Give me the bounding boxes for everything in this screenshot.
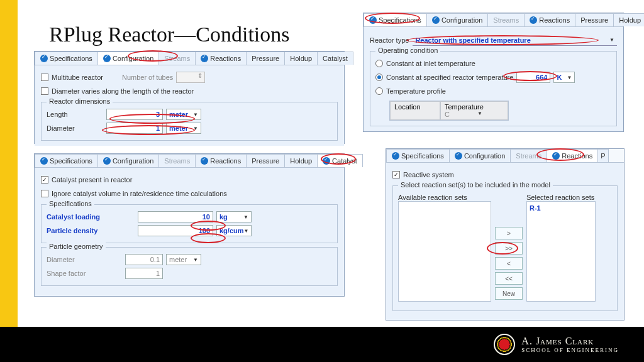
diameter-unit-select[interactable]: meter▼ [166,123,201,134]
tab-reactions[interactable]: Reactions [195,154,247,167]
temperature-input[interactable] [516,72,550,83]
length-input[interactable] [106,109,163,120]
tab-pressure[interactable]: Pressure [246,52,285,65]
check-icon [201,157,208,165]
ignore-catalyst-label: Ignore catalyst volume in rate/residence… [52,190,227,197]
ntubes-spinner[interactable] [176,72,205,83]
catalyst-present-label: Catalyst present in reactor [52,176,132,184]
footer-subtitle: SCHOOL OF ENGINEERING [521,347,619,353]
reactive-system-label: Reactive system [403,171,454,178]
chevron-down-icon: ▼ [477,111,482,118]
loading-input[interactable] [138,211,213,222]
check-icon [455,152,462,160]
particle-geometry-group: Particle geometry Diameter meter▼ Shape … [41,247,338,286]
chevron-down-icon: ▼ [244,228,249,234]
check-icon [201,55,208,62]
tab-configuration[interactable]: Configuration [97,52,159,65]
reactor-dimensions-group: Reactor dimensions Length meter▼ Diamete… [41,102,338,141]
pg-diameter-input[interactable] [125,254,163,265]
tab-streams[interactable]: Streams [510,149,547,162]
footer-title: A. James Clark [521,336,619,347]
loading-unit-select[interactable]: kg▼ [216,211,252,222]
available-list[interactable] [398,201,491,302]
diameter-label: Diameter [47,124,103,132]
move-all-right-button[interactable]: >> [495,242,523,255]
catalyst-present-checkbox[interactable]: ✓ [41,176,48,184]
density-unit-select[interactable]: kg/cum▼ [216,225,252,236]
check-icon [432,16,440,24]
col-temperature: TemperatureC▼ [440,101,508,120]
shape-input[interactable] [125,268,163,279]
tab-pressure[interactable]: P [597,149,608,162]
spec-temp-label: Constant at specified reactor temperatur… [386,74,513,81]
tab-row-spec: Specifications Configuration Streams Rea… [364,13,623,27]
tab-reactions[interactable]: Reactions [195,52,247,65]
temperature-unit-select[interactable]: K▼ [553,72,575,83]
check-icon [552,152,560,160]
tab-specifications[interactable]: Specifications [35,52,98,65]
tab-reactions[interactable]: Reactions [547,149,598,162]
tab-catalyst[interactable]: Catalyst [317,154,363,167]
tab-row-config: Specifications Configuration Streams Rea… [35,52,344,65]
tab-holdup[interactable]: Holdup [613,13,644,26]
chevron-down-icon: ▼ [193,112,198,118]
tab-holdup[interactable]: Holdup [284,52,318,65]
diam-varies-checkbox[interactable] [41,87,48,95]
tab-configuration[interactable]: Configuration [97,154,159,167]
check-icon [369,16,377,24]
inlet-temp-radio[interactable] [375,60,383,67]
ntubes-label: Number of tubes [122,74,173,81]
reactive-system-checkbox[interactable]: ✓ [392,171,400,178]
check-icon [40,55,48,62]
move-left-button[interactable]: < [495,257,523,270]
tab-specifications[interactable]: Specifications [364,13,427,26]
length-unit-select[interactable]: meter▼ [166,109,201,120]
tab-row-reactions: Specifications Configuration Streams Rea… [386,149,624,163]
available-label: Available reaction sets [398,194,491,201]
tab-holdup[interactable]: Holdup [284,154,318,167]
tab-pressure[interactable]: Pressure [246,154,285,167]
footer: A. James Clark SCHOOL OF ENGINEERING [0,327,644,362]
selected-label: Selected reaction sets [526,194,596,201]
new-button[interactable]: New [495,287,523,300]
university-seal-icon [494,334,515,355]
chevron-down-icon: ▼ [193,126,198,131]
tab-streams[interactable]: Streams [158,52,196,65]
chevron-down-icon: ▼ [243,214,248,220]
move-all-left-button[interactable]: << [495,272,523,285]
reactor-type-select[interactable]: Reactor with specified temperature▼ [413,35,617,46]
shape-label: Shape factor [47,270,122,277]
tab-pressure[interactable]: Pressure [575,13,614,26]
chevron-down-icon: ▼ [609,37,614,43]
multitube-checkbox[interactable] [41,74,48,81]
tab-row-catalyst: Specifications Configuration Streams Rea… [35,154,344,168]
tab-streams[interactable]: Streams [487,13,525,26]
spec-temp-radio[interactable] [375,74,383,81]
tab-reactions[interactable]: Reactions [524,13,575,26]
tab-specifications[interactable]: Specifications [386,149,450,162]
ignore-catalyst-checkbox[interactable] [41,190,48,197]
density-label: Particle density [47,227,135,234]
diam-varies-label: Diameter varies along the length of the … [52,87,194,95]
pg-diameter-label: Diameter [47,256,122,263]
pg-diameter-unit-select[interactable]: meter▼ [166,254,201,265]
catalyst-specs-group: Specifications Catalyst loading kg▼ Part… [41,204,338,243]
move-right-button[interactable]: > [495,227,523,239]
check-icon [40,157,48,165]
page-title: RPlug Reactor—Conditions [49,23,290,47]
temp-profile-table: Location TemperatureC▼ [389,101,509,121]
tab-configuration[interactable]: Configuration [449,149,511,162]
chevron-down-icon: ▼ [193,257,198,263]
temp-profile-radio[interactable] [375,87,383,95]
multitube-label: Multitube reactor [52,74,103,81]
diameter-input[interactable] [106,123,163,134]
selected-list[interactable]: R-1 [526,201,596,302]
density-input[interactable] [138,225,213,236]
tab-catalyst[interactable]: Catalyst [317,52,353,65]
col-temp-unit-select[interactable]: C▼ [445,111,482,118]
tab-specifications[interactable]: Specifications [35,154,98,167]
selected-item[interactable]: R-1 [530,204,592,212]
tab-streams[interactable]: Streams [158,154,196,167]
operating-condition-group: Operating condition Constant at inlet te… [370,51,617,126]
tab-configuration[interactable]: Configuration [426,13,488,26]
